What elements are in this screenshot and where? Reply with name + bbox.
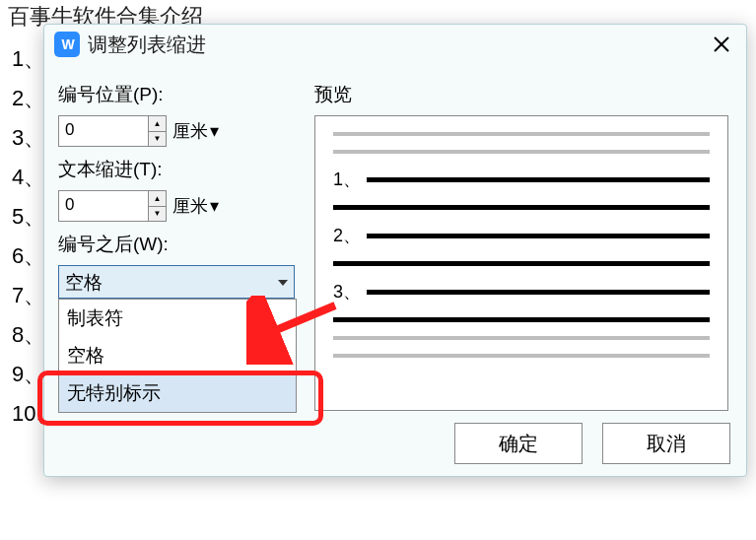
text-indent-unit-dropdown[interactable]: 厘米 ▾ [172, 194, 219, 218]
after-number-dropdown: 制表符 空格 无特别标示 [58, 299, 297, 413]
after-number-value: 空格 [65, 270, 103, 296]
number-position-input[interactable]: 0 ▲ ▼ [58, 115, 167, 147]
dropdown-option-tab[interactable]: 制表符 [59, 300, 296, 337]
adjust-list-indent-dialog: W 调整列表缩进 编号位置(P): 0 ▲ ▼ 厘米 ▾ [43, 24, 747, 477]
dialog-footer: 确定 取消 [454, 423, 730, 464]
preview-content-bar [367, 234, 710, 238]
text-indent-label: 文本缩进(T): [58, 157, 305, 182]
spin-down-button[interactable]: ▼ [148, 132, 166, 147]
dropdown-option-none[interactable]: 无特别标示 [59, 374, 296, 412]
dropdown-option-space[interactable]: 空格 [59, 337, 296, 374]
unit-label: 厘米 [172, 119, 208, 143]
preview-content-bar [333, 317, 710, 322]
preview-numbered-line: 3、 [333, 280, 710, 304]
chevron-down-icon: ▾ [210, 195, 219, 217]
preview-number: 2、 [333, 224, 367, 247]
preview-content-bar [367, 177, 710, 182]
preview-numbered-line: 1、 [333, 168, 710, 191]
cancel-label: 取消 [647, 431, 686, 457]
spin-down-button[interactable]: ▼ [148, 207, 166, 222]
settings-column: 编号位置(P): 0 ▲ ▼ 厘米 ▾ 文本缩进(T): 0 [58, 74, 305, 411]
preview-placeholder-line [333, 132, 710, 136]
preview-box: 1、 2、 3、 [314, 115, 728, 411]
spin-up-button[interactable]: ▲ [148, 116, 166, 132]
preview-numbered-line: 2、 [333, 224, 710, 247]
spin-up-button[interactable]: ▲ [148, 191, 166, 207]
ok-button[interactable]: 确定 [454, 423, 583, 464]
chevron-down-icon: ▾ [210, 120, 219, 142]
text-indent-spinner: 0 ▲ ▼ 厘米 ▾ [58, 190, 305, 222]
number-position-label: 编号位置(P): [58, 82, 305, 107]
preview-number: 1、 [333, 168, 367, 191]
dialog-title: 调整列表缩进 [88, 32, 206, 58]
preview-placeholder-line [333, 336, 710, 340]
close-button[interactable] [707, 30, 736, 59]
after-number-combobox[interactable]: 空格 制表符 空格 无特别标示 [58, 265, 295, 299]
preview-content-bar [333, 205, 710, 210]
preview-label: 预览 [314, 82, 736, 107]
preview-placeholder-line [333, 354, 710, 358]
preview-content-bar [333, 261, 710, 266]
close-icon [713, 35, 730, 53]
number-position-unit-dropdown[interactable]: 厘米 ▾ [172, 119, 219, 143]
preview-number: 3、 [333, 280, 367, 304]
chevron-down-icon [278, 280, 288, 286]
text-indent-value: 0 [65, 195, 74, 215]
unit-label: 厘米 [172, 194, 208, 218]
ok-label: 确定 [499, 431, 538, 457]
app-logo-icon: W [54, 32, 80, 57]
titlebar: W 调整列表缩进 [44, 25, 746, 64]
preview-column: 预览 1、 2、 3、 [314, 74, 736, 411]
cancel-button[interactable]: 取消 [602, 423, 730, 464]
text-indent-input[interactable]: 0 ▲ ▼ [58, 190, 167, 222]
number-position-value: 0 [65, 120, 74, 140]
dialog-body: 编号位置(P): 0 ▲ ▼ 厘米 ▾ 文本缩进(T): 0 [44, 64, 746, 411]
after-number-label: 编号之后(W): [58, 232, 305, 257]
preview-content-bar [367, 290, 710, 295]
preview-placeholder-line [333, 150, 710, 154]
number-position-spinner: 0 ▲ ▼ 厘米 ▾ [58, 115, 305, 147]
